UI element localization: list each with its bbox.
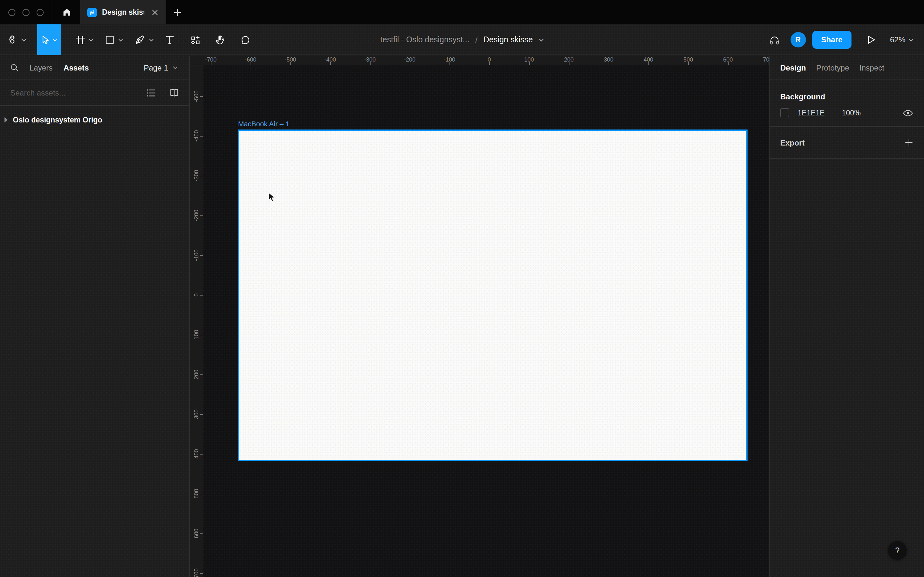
comment-bubble-icon <box>240 35 250 45</box>
toolbar: testfil - Oslo designsyst... / Design sk… <box>0 24 924 55</box>
ruler-left-label: 100 <box>193 330 200 340</box>
left-panel: Layers Assets Page 1 Search assets... <box>0 56 190 577</box>
canvas-viewport[interactable]: -500-400-300-200-10001002003004005006007… <box>190 56 769 577</box>
hand-tool-button[interactable] <box>212 24 228 55</box>
search-icon[interactable] <box>10 63 19 72</box>
pen-tool-icon <box>135 35 145 45</box>
shape-tool-button[interactable] <box>102 24 118 55</box>
zoom-level-value: 62% <box>890 35 905 44</box>
frame-label[interactable]: MacBook Air – 1 <box>238 120 289 127</box>
ruler-top-label: 0 <box>488 56 491 63</box>
ruler-left-label: -300 <box>193 170 200 181</box>
ruler-left-label: 600 <box>193 529 200 538</box>
background-opacity-value[interactable]: 100% <box>842 109 903 117</box>
figma-menu-icon <box>7 35 17 45</box>
ruler-tick <box>330 62 330 65</box>
ruler-tick <box>370 62 370 65</box>
assets-search-input[interactable]: Search assets... <box>10 88 140 97</box>
ruler-tick <box>200 335 203 335</box>
ruler-top-label: 300 <box>604 56 614 63</box>
list-view-icon[interactable] <box>146 89 155 97</box>
main-menu-button[interactable] <box>4 24 21 55</box>
audio-call-button[interactable] <box>763 35 785 45</box>
text-tool-button[interactable] <box>162 24 177 55</box>
ruler-top-label: 200 <box>564 56 573 63</box>
color-swatch[interactable] <box>780 108 789 117</box>
active-file-tab[interactable]: Design skisse <box>80 0 166 24</box>
window-close-button[interactable] <box>8 9 15 16</box>
ruler-left-label: -100 <box>193 250 200 261</box>
comment-tool-button[interactable] <box>237 24 253 55</box>
disclosure-triangle-icon[interactable] <box>5 117 8 122</box>
library-book-icon[interactable] <box>170 89 179 97</box>
ruler-tick <box>200 573 203 574</box>
ruler-left-label: 700 <box>193 568 200 577</box>
move-tool-button[interactable] <box>37 24 61 55</box>
ruler-tick <box>489 62 489 65</box>
tab-title: Design skisse <box>102 8 144 16</box>
visibility-eye-icon[interactable] <box>903 109 913 116</box>
background-section-title: Background <box>770 80 924 108</box>
home-button[interactable] <box>53 0 80 24</box>
ruler-top-label: -100 <box>444 56 455 63</box>
frame-tool-chevron[interactable] <box>87 24 95 55</box>
tab-inspect[interactable]: Inspect <box>859 63 884 72</box>
tab-design[interactable]: Design <box>780 63 806 72</box>
background-hex-value[interactable]: 1E1E1E <box>798 109 842 117</box>
share-button[interactable]: Share <box>812 31 851 49</box>
window-minimize-button[interactable] <box>23 9 29 16</box>
section-divider <box>770 158 924 159</box>
shape-tool-chevron[interactable] <box>116 24 125 55</box>
ruler-tick <box>688 62 688 65</box>
page-selector-chevron-icon <box>173 66 178 69</box>
frame-tool-button[interactable] <box>73 24 88 55</box>
ruler-top-label: -300 <box>364 56 376 63</box>
components-plus-icon <box>190 35 200 45</box>
page-selector[interactable]: Page 1 <box>144 63 178 72</box>
headphones-icon <box>769 35 779 45</box>
ruler-tick <box>200 454 203 455</box>
ruler-tick <box>200 414 203 415</box>
tab-layers[interactable]: Layers <box>29 63 53 72</box>
breadcrumb-separator: / <box>475 35 477 45</box>
pen-tool-chevron[interactable] <box>147 24 156 55</box>
ruler-left: -500-400-300-200-10001002003004005006007… <box>190 56 204 577</box>
ruler-left-label: -400 <box>193 130 200 142</box>
zoom-level-control[interactable]: 62% <box>882 35 924 44</box>
tab-prototype[interactable]: Prototype <box>816 63 849 72</box>
ruler-left-label: 200 <box>193 370 200 379</box>
ruler-tick <box>200 176 203 176</box>
content-region: Layers Assets Page 1 Search assets... <box>0 56 924 577</box>
resources-tool-button[interactable] <box>187 24 203 55</box>
ruler-tick <box>409 62 410 65</box>
move-tool-chevron[interactable] <box>52 38 57 41</box>
pen-tool-button[interactable] <box>132 24 148 55</box>
ruler-top-label: 500 <box>683 56 693 63</box>
ruler-tick <box>200 136 203 137</box>
mouse-cursor <box>268 192 277 203</box>
window-zoom-button[interactable] <box>37 9 44 16</box>
page-selector-label: Page 1 <box>144 63 168 72</box>
ruler-tick <box>648 62 649 65</box>
document-title[interactable]: testfil - Oslo designsyst... / Design sk… <box>380 24 543 55</box>
user-avatar[interactable]: R <box>790 32 806 47</box>
hand-tool-icon <box>215 35 225 45</box>
main-menu-chevron[interactable] <box>19 24 28 55</box>
asset-tree-item[interactable]: Oslo designsystem Origo <box>0 111 189 128</box>
page-dropdown-chevron[interactable] <box>539 38 544 41</box>
ruler-top-label: 100 <box>524 56 534 63</box>
design-frame[interactable] <box>238 129 748 461</box>
file-path-label: testfil - Oslo designsyst... <box>380 35 469 44</box>
tab-close-icon[interactable] <box>150 7 160 17</box>
asset-library-label: Oslo designsystem Origo <box>13 116 102 124</box>
play-icon <box>867 35 875 44</box>
present-button[interactable] <box>861 35 882 44</box>
help-button[interactable]: ? <box>888 541 907 560</box>
tab-assets[interactable]: Assets <box>63 63 89 72</box>
background-color-row: 1E1E1E 100% <box>770 108 924 126</box>
add-export-button[interactable] <box>905 139 913 147</box>
new-tab-button[interactable] <box>166 0 188 24</box>
ruler-tick <box>200 295 203 295</box>
right-panel-tabs: Design Prototype Inspect <box>770 56 924 80</box>
ruler-left-label: 300 <box>193 409 200 419</box>
